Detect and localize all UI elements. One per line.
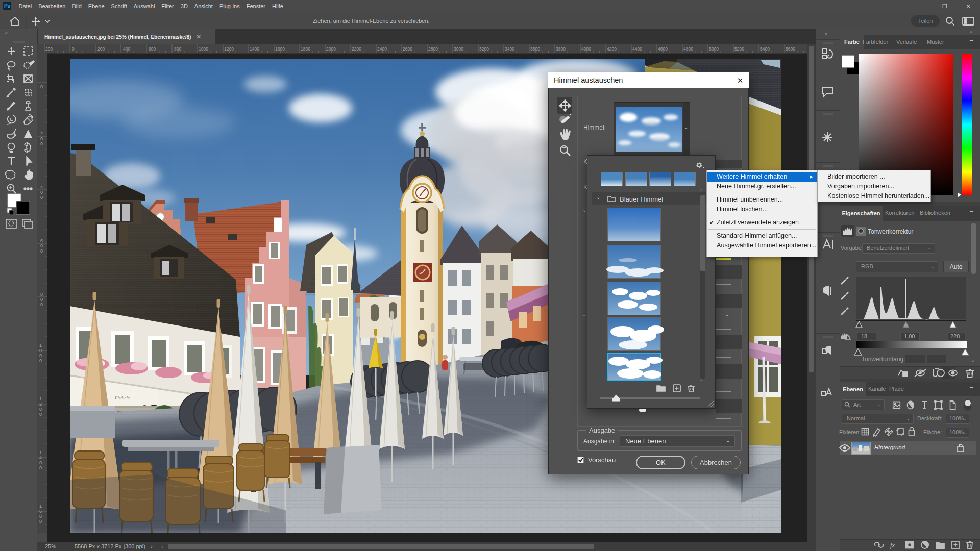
svg-text:«: «	[825, 31, 827, 36]
svg-text:4800: 4800	[683, 46, 693, 52]
svg-text:4: 4	[40, 185, 43, 190]
svg-text:2400: 2400	[377, 46, 387, 52]
svg-text:1: 1	[39, 450, 42, 455]
svg-text:1: 1	[39, 396, 42, 402]
svg-text:4400: 4400	[632, 46, 642, 52]
svg-text:800: 800	[174, 46, 181, 52]
svg-text:0: 0	[40, 195, 43, 200]
svg-text:200: 200	[45, 46, 53, 52]
svg-text:0: 0	[39, 407, 42, 412]
svg-text:4200: 4200	[607, 46, 617, 52]
svg-text:0: 0	[39, 465, 42, 470]
svg-text:2600: 2600	[403, 46, 412, 52]
svg-text:0: 0	[39, 514, 42, 519]
svg-text:1400: 1400	[250, 46, 259, 52]
svg-text:fx: fx	[890, 541, 895, 549]
svg-text:18: 18	[861, 333, 867, 339]
svg-text:5400: 5400	[760, 46, 770, 52]
svg-text:1800: 1800	[301, 46, 310, 52]
svg-text:6: 6	[40, 238, 43, 243]
svg-text:400: 400	[123, 46, 130, 52]
svg-text:1: 1	[39, 504, 42, 509]
svg-text:0: 0	[72, 46, 75, 52]
svg-text:228: 228	[950, 333, 960, 339]
svg-text:3400: 3400	[505, 46, 514, 52]
svg-text:200: 200	[97, 46, 105, 52]
svg-text:0: 0	[39, 412, 42, 417]
svg-text:3600: 3600	[530, 46, 540, 52]
svg-text:3800: 3800	[556, 46, 566, 52]
svg-text:2800: 2800	[428, 46, 438, 52]
svg-text:2200: 2200	[352, 46, 361, 52]
svg-text:600: 600	[149, 46, 156, 52]
svg-text:1,00: 1,00	[904, 333, 915, 339]
svg-text:0: 0	[39, 358, 42, 363]
svg-text:1200: 1200	[224, 46, 234, 52]
svg-text:3000: 3000	[454, 46, 463, 52]
svg-text:8: 8	[40, 292, 43, 297]
svg-text:0: 0	[40, 190, 43, 195]
svg-text:2: 2	[40, 131, 43, 136]
svg-text:4000: 4000	[581, 46, 591, 52]
svg-text:5000: 5000	[709, 46, 719, 52]
svg-text:1000: 1000	[199, 46, 208, 52]
svg-text:0: 0	[39, 353, 42, 358]
svg-text:1600: 1600	[275, 46, 285, 52]
svg-text:!: !	[849, 335, 850, 340]
svg-text:2000: 2000	[326, 46, 336, 52]
svg-text:5200: 5200	[734, 46, 744, 52]
svg-text:0: 0	[40, 243, 43, 248]
svg-text:0: 0	[40, 84, 43, 89]
svg-text:Eisdiele: Eisdiele	[114, 395, 130, 400]
svg-text:3200: 3200	[479, 46, 489, 52]
svg-text:0: 0	[40, 136, 43, 141]
svg-text:0: 0	[40, 297, 43, 302]
svg-text:0: 0	[40, 141, 43, 146]
svg-text:0: 0	[39, 460, 42, 465]
svg-text:5600: 5600	[786, 46, 795, 52]
svg-text:0: 0	[39, 519, 42, 524]
svg-text:0: 0	[40, 248, 43, 254]
svg-text:4600: 4600	[658, 46, 668, 52]
svg-text:Tonwertumfang:: Tonwertumfang:	[862, 356, 905, 363]
svg-text:1: 1	[39, 343, 42, 348]
svg-text:0: 0	[40, 302, 43, 307]
